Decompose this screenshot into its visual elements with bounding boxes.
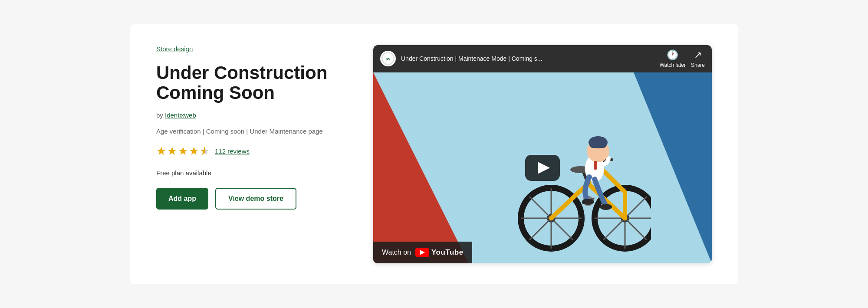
video-wrapper: IW Under Construction | Maintenace Mode … [373, 45, 712, 263]
svg-point-27 [600, 204, 612, 210]
star-2: ★ [167, 144, 177, 158]
author-line: by Identixweb [156, 111, 339, 119]
star-5-half: ★ ★ [200, 144, 210, 158]
left-panel: Store design Under Construction Coming S… [156, 45, 339, 210]
youtube-text: YouTube [431, 248, 464, 257]
app-description: Age verification | Coming soon | Under M… [156, 128, 339, 135]
reviews-link[interactable]: 112 reviews [215, 147, 250, 155]
svg-rect-31 [594, 161, 597, 170]
svg-text:IW: IW [386, 57, 391, 61]
red-triangle-decoration [373, 72, 469, 263]
right-panel: IW Under Construction | Maintenace Mode … [373, 45, 712, 263]
video-play-button[interactable] [525, 155, 560, 181]
video-title: Under Construction | Maintenace Mode | C… [401, 55, 654, 62]
author-link[interactable]: Identixweb [165, 111, 196, 119]
youtube-watch-bar[interactable]: Watch on YouTube [373, 242, 472, 263]
plan-text: Free plan available [156, 169, 339, 177]
star-3: ★ [178, 144, 188, 158]
channel-avatar: IW [380, 51, 396, 66]
share-button[interactable]: ↗ Share [691, 49, 705, 68]
add-app-button[interactable]: Add app [156, 188, 208, 210]
action-buttons: Add app View demo store [156, 188, 339, 210]
watch-later-button[interactable]: 🕐 Watch later [660, 49, 686, 68]
app-title: Under Construction Coming Soon [156, 63, 339, 103]
video-thumbnail[interactable]: Watch on YouTube [373, 72, 712, 263]
share-icon: ↗ [694, 49, 702, 61]
star-rating: ★ ★ ★ ★ ★ ★ [156, 144, 210, 158]
star-4: ★ [189, 144, 199, 158]
video-top-bar: IW Under Construction | Maintenace Mode … [373, 45, 712, 72]
page-container: Store design Under Construction Coming S… [130, 24, 738, 284]
star-1: ★ [156, 144, 166, 158]
clock-icon: 🕐 [667, 49, 678, 61]
play-icon [538, 162, 550, 174]
youtube-logo: YouTube [415, 248, 464, 257]
youtube-icon [415, 248, 429, 257]
store-design-link[interactable]: Store design [156, 45, 339, 52]
view-demo-button[interactable]: View demo store [215, 188, 296, 210]
svg-point-26 [582, 199, 594, 205]
rating-row: ★ ★ ★ ★ ★ ★ 112 reviews [156, 144, 339, 158]
svg-rect-30 [589, 140, 607, 148]
watch-on-text: Watch on [382, 249, 411, 256]
